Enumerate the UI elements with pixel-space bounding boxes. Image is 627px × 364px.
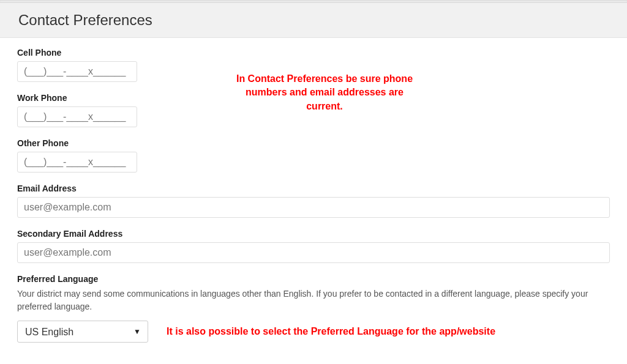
email-input[interactable] — [17, 197, 610, 218]
callout-language: It is also possible to select the Prefer… — [167, 326, 495, 337]
panel-body: In Contact Preferences be sure phone num… — [0, 38, 627, 361]
other-phone-label: Other Phone — [17, 138, 610, 148]
panel-header: Contact Preferences — [0, 2, 627, 38]
page-title: Contact Preferences — [18, 12, 609, 29]
callout-phone-email: In Contact Preferences be sure phone num… — [227, 72, 422, 113]
secondary-email-input[interactable] — [17, 242, 610, 263]
cell-phone-label: Cell Phone — [17, 48, 610, 58]
work-phone-input[interactable] — [17, 106, 137, 127]
preferred-language-select[interactable]: US English — [17, 321, 148, 343]
other-phone-group: Other Phone — [17, 138, 610, 173]
email-label: Email Address — [17, 184, 610, 193]
other-phone-input[interactable] — [17, 152, 137, 173]
secondary-email-label: Secondary Email Address — [17, 229, 610, 239]
cell-phone-input[interactable] — [17, 61, 137, 82]
secondary-email-group: Secondary Email Address — [17, 229, 610, 263]
email-group: Email Address — [17, 184, 610, 218]
preferred-language-group: Preferred Language Your district may sen… — [17, 274, 610, 343]
preferred-language-help: Your district may send some communicatio… — [17, 288, 610, 313]
preferred-language-label: Preferred Language — [17, 274, 610, 284]
